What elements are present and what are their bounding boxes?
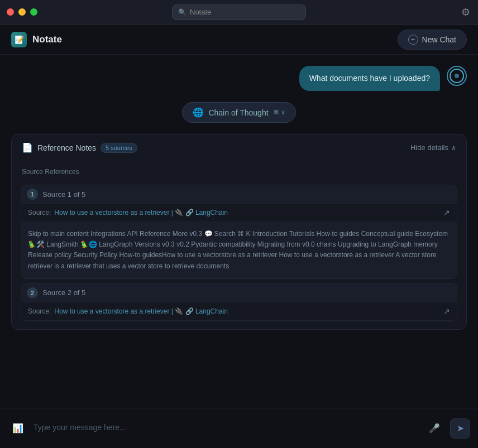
- source-1-link-row: Source: How to use a vectorstore as a re…: [21, 203, 457, 222]
- send-button[interactable]: ➤: [450, 418, 470, 439]
- globe-icon: 🌐: [193, 107, 204, 118]
- source-2-link[interactable]: How to use a vectorstore as a retriever …: [54, 307, 228, 315]
- source-2-number: 2: [27, 287, 38, 298]
- reference-notes-icon: 📄: [22, 142, 33, 153]
- plus-circle-icon: +: [408, 35, 418, 45]
- user-message-row: What documents have I uploaded?: [0, 66, 478, 102]
- message-input[interactable]: [34, 416, 419, 441]
- source-2-label: Source:: [28, 307, 51, 315]
- avatar-dot: [455, 74, 459, 78]
- window-controls: [7, 8, 37, 16]
- chain-of-thought-row: 🌐 Chain of Thought ⌘ ∨: [0, 102, 478, 134]
- chart-button[interactable]: 📊: [8, 418, 28, 439]
- titlebar-search[interactable]: 🔍 Notate: [172, 4, 306, 20]
- input-area: 📊 🎤 ➤: [0, 408, 478, 448]
- hide-details-label: Hide details: [410, 143, 448, 152]
- hide-details-button[interactable]: Hide details ∧: [410, 143, 456, 152]
- sources-badge: 5 sources: [101, 143, 137, 153]
- source-2-of-label: Source 2 of 5: [42, 288, 85, 297]
- new-chat-label: New Chat: [422, 35, 456, 44]
- external-link-icon-2[interactable]: ↗: [443, 307, 450, 316]
- new-chat-button[interactable]: + New Chat: [398, 30, 467, 50]
- avatar-ring: [450, 69, 464, 83]
- chain-of-thought-expand: ⌘ ∨: [273, 109, 285, 116]
- titlebar: 🔍 Notate ⚙: [0, 0, 478, 25]
- source-1-number: 1: [27, 189, 38, 200]
- reference-notes-card: 📄 Reference Notes 5 sources Hide details…: [11, 134, 467, 330]
- source-2-link-row: Source: How to use a vectorstore as a re…: [21, 302, 457, 321]
- logo-icon: 📝: [11, 32, 27, 47]
- chevron-up-icon: ∧: [451, 144, 456, 152]
- reference-notes-title: Reference Notes: [37, 143, 96, 152]
- app-header: 📝 Notate + New Chat: [0, 25, 478, 55]
- source-1-content: Skip to main content Integrations API Re…: [21, 222, 457, 278]
- reference-notes-header: 📄 Reference Notes 5 sources Hide details…: [12, 134, 466, 161]
- source-item-2: 2 Source 2 of 5 Source: How to use a vec…: [21, 283, 457, 321]
- source-2-header: 2 Source 2 of 5: [21, 284, 457, 302]
- source-refs-label: Source References: [12, 161, 466, 180]
- settings-icon[interactable]: ⚙: [461, 6, 470, 18]
- source-1-link[interactable]: How to use a vectorstore as a retriever …: [54, 209, 228, 216]
- source-1-label: Source:: [28, 209, 51, 216]
- main-content: What documents have I uploaded? 🌐 Chain …: [0, 55, 478, 408]
- chain-of-thought-label: Chain of Thought: [208, 108, 268, 117]
- reference-title-group: 📄 Reference Notes 5 sources: [22, 142, 137, 153]
- maximize-button[interactable]: [30, 8, 37, 16]
- source-item-1: 1 Source 1 of 5 Source: How to use a vec…: [21, 185, 457, 279]
- search-icon: 🔍: [178, 8, 187, 16]
- mic-button[interactable]: 🎤: [424, 418, 444, 439]
- send-icon: ➤: [457, 423, 464, 433]
- user-message-text: What documents have I uploaded?: [309, 74, 430, 83]
- titlebar-search-text: Notate: [190, 8, 211, 16]
- app-name: Notate: [32, 34, 62, 45]
- source-1-of-label: Source 1 of 5: [42, 190, 85, 199]
- external-link-icon-1[interactable]: ↗: [443, 208, 450, 217]
- app-logo: 📝 Notate: [11, 32, 62, 47]
- avatar: [447, 66, 467, 86]
- source-1-header: 1 Source 1 of 5: [21, 185, 457, 203]
- close-button[interactable]: [7, 8, 14, 16]
- minimize-button[interactable]: [18, 8, 26, 16]
- chain-of-thought-pill[interactable]: 🌐 Chain of Thought ⌘ ∨: [182, 102, 295, 123]
- user-message-bubble: What documents have I uploaded?: [299, 66, 440, 91]
